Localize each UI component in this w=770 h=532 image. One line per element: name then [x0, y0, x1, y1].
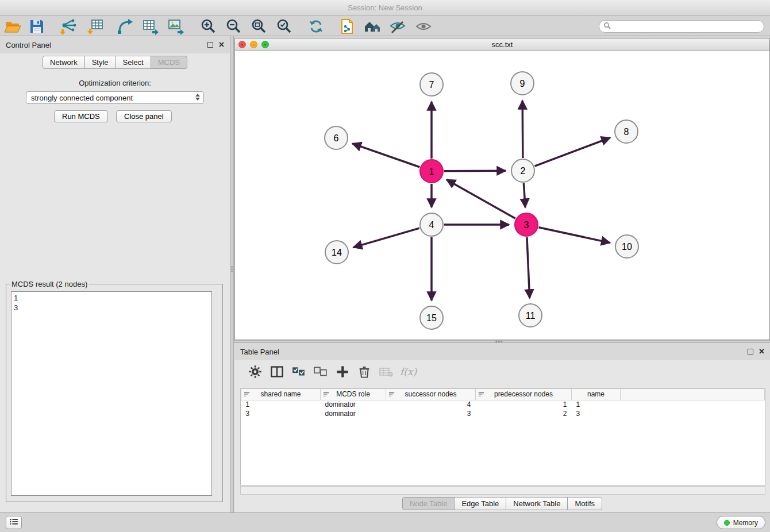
table-cell[interactable]: 1: [476, 400, 572, 409]
select-all-button[interactable]: [291, 364, 307, 380]
float-panel-icon[interactable]: [207, 42, 213, 48]
table-cell[interactable]: 1: [572, 400, 621, 409]
window-titlebar: Session: New Session: [0, 0, 770, 16]
toggle-graphics-details-button[interactable]: [389, 18, 406, 35]
table-row[interactable]: 1dominator411: [241, 400, 765, 409]
network-from-file-button[interactable]: [117, 18, 134, 35]
close-panel-button[interactable]: Close panel: [116, 110, 172, 122]
tab-edge-table[interactable]: Edge Table: [454, 497, 506, 510]
export-image-icon: [167, 28, 184, 37]
curved-arrow-network-icon: [117, 28, 134, 37]
vertical-splitter[interactable]: •••: [230, 36, 234, 512]
search-field[interactable]: [599, 20, 764, 33]
table-cell[interactable]: 1: [241, 400, 321, 409]
graph-node-9[interactable]: 9: [511, 72, 534, 95]
table-horizontal-scrollbar[interactable]: [240, 486, 765, 495]
criterion-dropdown[interactable]: strongly connected component: [26, 91, 204, 104]
tab-mcds[interactable]: MCDS: [151, 56, 187, 69]
import-table-button[interactable]: [87, 18, 104, 35]
save-session-button[interactable]: [28, 18, 45, 35]
show-graphics-details-button[interactable]: [415, 18, 432, 35]
table-cell[interactable]: 4: [386, 400, 476, 409]
edge-2-9[interactable]: [522, 101, 523, 158]
column-edit-icon: [478, 391, 484, 399]
column-header-shared-name[interactable]: shared name: [241, 389, 321, 400]
network-overview-button[interactable]: [364, 18, 381, 35]
table-settings-button[interactable]: [247, 364, 263, 380]
close-window-icon[interactable]: ×: [238, 41, 246, 48]
graph-node-2[interactable]: 2: [511, 159, 534, 182]
table-cell[interactable]: dominator: [321, 400, 386, 409]
minimize-window-icon[interactable]: −: [250, 41, 257, 48]
split-panel-button[interactable]: [269, 364, 285, 380]
edge-1-6[interactable]: [352, 144, 419, 167]
edge-4-14[interactable]: [353, 228, 419, 247]
node-table[interactable]: shared name MCDS role successor nodes pr…: [240, 388, 765, 485]
control-panel-tabs: Network Style Select MCDS: [43, 56, 187, 69]
run-mcds-button[interactable]: Run MCDS: [54, 110, 108, 122]
edge-3-11[interactable]: [527, 237, 530, 298]
zoom-selected-button[interactable]: [275, 18, 292, 35]
import-network-icon: [59, 28, 76, 37]
graph-node-3[interactable]: 3: [515, 213, 538, 236]
edge-3-1[interactable]: [446, 180, 515, 218]
edge-3-10[interactable]: [538, 228, 610, 243]
graph-node-14[interactable]: 14: [325, 241, 348, 264]
edge-1-2[interactable]: [444, 171, 506, 171]
mcds-result-text[interactable]: 1 3: [11, 291, 212, 496]
network-canvas[interactable]: 7968123414101511: [235, 51, 769, 340]
close-table-panel-icon[interactable]: ×: [759, 349, 764, 354]
function-builder-button[interactable]: f(x): [400, 366, 416, 382]
tab-motifs[interactable]: Motifs: [567, 497, 602, 510]
graph-node-1[interactable]: 1: [420, 160, 443, 183]
graph-node-10[interactable]: 10: [615, 235, 638, 258]
table-cell[interactable]: 3: [241, 409, 321, 418]
search-input[interactable]: [611, 22, 764, 30]
zoom-out-button[interactable]: [225, 18, 242, 35]
graph-node-4[interactable]: 4: [420, 213, 443, 236]
edge-2-3[interactable]: [523, 183, 525, 207]
show-panels-button[interactable]: [6, 516, 22, 529]
column-header-mcds-role[interactable]: MCDS role: [321, 389, 386, 400]
table-row[interactable]: 3dominator323: [241, 409, 765, 418]
status-bar: Memory: [0, 512, 770, 532]
graph-node-11[interactable]: 11: [519, 304, 542, 327]
table-cell[interactable]: dominator: [321, 409, 386, 418]
delete-column-button[interactable]: [356, 364, 372, 380]
delete-table-button[interactable]: [378, 364, 394, 380]
import-network-button[interactable]: [59, 18, 76, 35]
table-cell[interactable]: 2: [476, 409, 572, 418]
graph-node-6[interactable]: 6: [325, 126, 348, 149]
graph-node-15[interactable]: 15: [420, 306, 443, 329]
tab-style[interactable]: Style: [84, 56, 116, 69]
close-panel-icon[interactable]: ×: [219, 42, 224, 48]
float-table-panel-icon[interactable]: [748, 349, 753, 354]
table-cell[interactable]: 3: [386, 409, 476, 418]
apply-layout-button[interactable]: [307, 18, 325, 35]
tab-network[interactable]: Network: [43, 56, 85, 69]
zoom-in-button[interactable]: [199, 18, 217, 35]
open-session-button[interactable]: [4, 18, 21, 35]
table-panel-title: Table Panel: [240, 348, 279, 356]
column-header-predecessor-nodes[interactable]: predecessor nodes: [476, 389, 572, 400]
table-cell[interactable]: 3: [572, 409, 621, 418]
graph-node-8[interactable]: 8: [615, 120, 638, 143]
table-tabs: Node Table Edge Table Network Table Moti…: [234, 497, 770, 510]
deselect-all-button[interactable]: [313, 364, 329, 380]
export-table-button[interactable]: [142, 18, 159, 35]
memory-button[interactable]: Memory: [717, 516, 765, 529]
column-header-name[interactable]: name: [572, 389, 621, 400]
clone-network-button[interactable]: [338, 18, 356, 35]
edge-2-8[interactable]: [535, 138, 610, 167]
tab-network-table[interactable]: Network Table: [506, 497, 568, 510]
network-window-titlebar[interactable]: × − + scc.txt: [235, 38, 769, 51]
column-header-successor-nodes[interactable]: successor nodes: [386, 389, 476, 400]
zoom-fit-button[interactable]: [250, 18, 267, 35]
tab-node-table[interactable]: Node Table: [402, 497, 455, 510]
tab-select[interactable]: Select: [116, 56, 151, 69]
node-label: 7: [429, 80, 434, 90]
export-image-button[interactable]: [167, 18, 184, 35]
add-column-button[interactable]: [334, 364, 351, 380]
zoom-window-icon[interactable]: +: [261, 41, 269, 48]
graph-node-7[interactable]: 7: [420, 73, 443, 96]
